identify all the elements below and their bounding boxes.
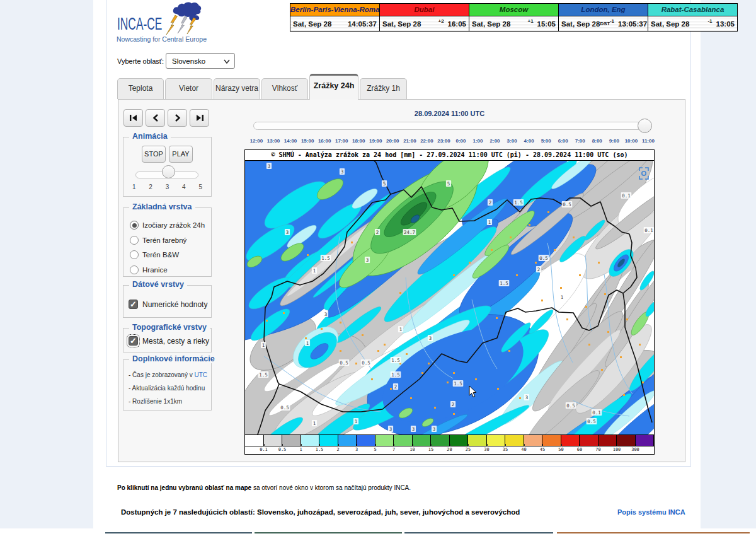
topo-layers-fieldset: Topografické vrstvy ✓ Mestá, cesty a rie…: [123, 328, 212, 352]
footer-box-top: [255, 532, 402, 533]
cities-roads-rivers-row[interactable]: ✓ Mestá, cesty a rieky: [129, 336, 209, 346]
world-clocks: Berlin-Paris-Vienna-RomaSat, Sep 2814:05…: [290, 3, 738, 32]
skip-last-icon: [195, 114, 204, 122]
svg-text:1: 1: [313, 268, 316, 274]
svg-text:2: 2: [489, 200, 492, 206]
scale-cell: [375, 434, 394, 446]
info-item-utc: - Čas je zobrazovaný v UTC: [129, 371, 207, 378]
precipitation-map[interactable]: © SHMÚ - Analýza zrážok za 24 hod [mm] -…: [244, 149, 655, 455]
scale-cell: [301, 434, 320, 446]
radio-label: Terén farebný: [142, 236, 186, 244]
topo-layers-legend: Topografické vrstvy: [129, 323, 210, 332]
animation-speed-handle[interactable]: [162, 165, 175, 178]
tab-Zrážky 1h[interactable]: Zrážky 1h: [360, 78, 407, 99]
radio-label: Izočiary zrážok 24h: [142, 221, 205, 229]
radio-Izočiary zrážok 24h[interactable]: [130, 221, 139, 230]
svg-text:5: 5: [447, 181, 450, 187]
animation-legend: Animácia: [129, 132, 171, 141]
svg-text:5: 5: [383, 181, 386, 187]
time-tick-3:00: 3:00: [507, 138, 517, 144]
select-caret-icon: [224, 59, 230, 64]
clock-time: Sat, Sep 2814:05:37: [290, 16, 379, 31]
numeric-values-row[interactable]: ✓ Numerické hodnoty: [129, 300, 207, 309]
utc-link[interactable]: UTC: [195, 371, 208, 378]
clock-time: Sat, Sep 28DST-113:05:37: [559, 16, 648, 31]
radio-row-Izočiary zrážok 24h[interactable]: Izočiary zrážok 24h: [130, 221, 205, 230]
region-select-value: Slovensko: [172, 57, 205, 65]
svg-text:1: 1: [488, 219, 491, 225]
tab-Vietor[interactable]: Vietor: [165, 78, 212, 99]
numeric-values-checkbox[interactable]: ✓: [129, 300, 138, 309]
cities-roads-rivers-checkbox[interactable]: ✓: [129, 336, 138, 346]
svg-text:1.5: 1.5: [500, 281, 508, 286]
svg-text:2: 2: [537, 267, 541, 272]
svg-text:2: 2: [394, 384, 398, 390]
svg-text:1.5: 1.5: [514, 200, 523, 206]
svg-text:2: 2: [452, 402, 455, 407]
svg-text:1.5: 1.5: [454, 381, 462, 387]
precipitation-map-graphic: 335521.53224.731.510.10.510.51.5110.50.5…: [245, 161, 654, 434]
previous-frame-button[interactable]: [146, 109, 165, 127]
region-select[interactable]: Slovensko: [166, 53, 235, 69]
svg-text:1: 1: [306, 341, 309, 346]
radio-row-Terén farebný[interactable]: Terén farebný: [130, 236, 186, 245]
time-tick-16:00: 16:00: [318, 138, 331, 144]
svg-text:0.1: 0.1: [644, 228, 653, 233]
clock-city: London, Eng: [559, 4, 648, 16]
time-tick-11:00: 11:00: [642, 138, 655, 144]
clock-time: Sat, Sep 28+115:05: [469, 16, 558, 31]
clock-city: Berlin-Paris-Vienna-Roma: [290, 4, 379, 16]
svg-text:0.5: 0.5: [563, 202, 571, 207]
radio-row-Terén B&W[interactable]: Terén B&W: [130, 250, 179, 259]
svg-text:0.5: 0.5: [362, 360, 370, 366]
scale-cell: [430, 434, 450, 446]
tab-Vlhkosť[interactable]: Vlhkosť: [261, 78, 308, 99]
scale-cell: [282, 434, 301, 446]
clock-London, Eng: London, EngSat, Sep 28DST-113:05:37: [558, 3, 648, 32]
radio-label: Hranice: [142, 266, 168, 274]
scale-cell: [561, 434, 580, 446]
data-layers-fieldset: Dátové vrstvy ✓ Numerické hodnoty: [123, 285, 212, 318]
data-layers-legend: Dátové vrstvy: [129, 280, 187, 289]
tab-Zrážky 24h[interactable]: Zrážky 24h: [309, 74, 358, 100]
radio-row-Hranice[interactable]: Hranice: [130, 265, 168, 274]
time-tick-8:00: 8:00: [592, 138, 602, 144]
svg-text:2: 2: [376, 230, 379, 235]
time-tick-7:00: 7:00: [575, 138, 585, 144]
radio-Terén B&W[interactable]: [130, 250, 139, 259]
map-note: Po kliknutí na jednu vybranú oblasť na m…: [117, 484, 411, 491]
time-slider-handle[interactable]: [638, 119, 652, 133]
info-item-resolution: - Rozlíšenie 1x1km: [129, 398, 182, 405]
last-frame-button[interactable]: [190, 109, 209, 127]
next-frame-button[interactable]: [168, 109, 187, 127]
footer-box-top: [404, 532, 553, 533]
scale-cell: [356, 434, 375, 446]
chevron-right-icon: [175, 114, 181, 122]
base-layer-fieldset: Základná vrstva Izočiary zrážok 24hTerén…: [123, 207, 212, 277]
cities-roads-rivers-label: Mestá, cesty a rieky: [142, 337, 209, 346]
tab-Nárazy vetra[interactable]: Nárazy vetra: [214, 78, 260, 99]
time-tick-23:00: 23:00: [437, 138, 450, 144]
clock-Dubai: DubaiSat, Sep 28+216:05: [379, 3, 469, 32]
storm-cloud-logo-icon: [159, 1, 204, 38]
popis-systemu-inca-link[interactable]: Popis systému INCA: [617, 508, 685, 516]
radio-Terén farebný[interactable]: [130, 236, 139, 245]
time-slider-track[interactable]: [253, 122, 650, 130]
scale-cell: [579, 434, 598, 446]
tab-Teplota[interactable]: Teplota: [117, 78, 164, 99]
time-tick-1:00: 1:00: [473, 138, 483, 144]
current-frame-title: 28.09.2024 11:00 UTC: [244, 110, 655, 117]
radio-Hranice[interactable]: [130, 265, 139, 274]
stop-button[interactable]: STOP: [142, 146, 166, 163]
first-frame-button[interactable]: [123, 109, 143, 127]
numeric-values-label: Numerické hodnoty: [142, 300, 207, 309]
svg-text:1: 1: [262, 342, 265, 348]
play-button[interactable]: PLAY: [169, 146, 193, 163]
time-ticks: 12:0013:0014:0015:0016:0017:0018:0019:00…: [244, 138, 655, 144]
svg-text:0.5: 0.5: [587, 419, 596, 424]
map-title: © SHMÚ - Analýza zrážok za 24 hod [mm] -…: [245, 150, 654, 161]
svg-text:1: 1: [561, 294, 564, 300]
info-fieldset: Doplnkové informácie - Čas je zobrazovan…: [123, 359, 212, 411]
time-tick-19:00: 19:00: [369, 138, 382, 144]
clock-Rabat-Casablanca: Rabat-CasablancaSat, Sep 28-113:05: [648, 3, 738, 32]
